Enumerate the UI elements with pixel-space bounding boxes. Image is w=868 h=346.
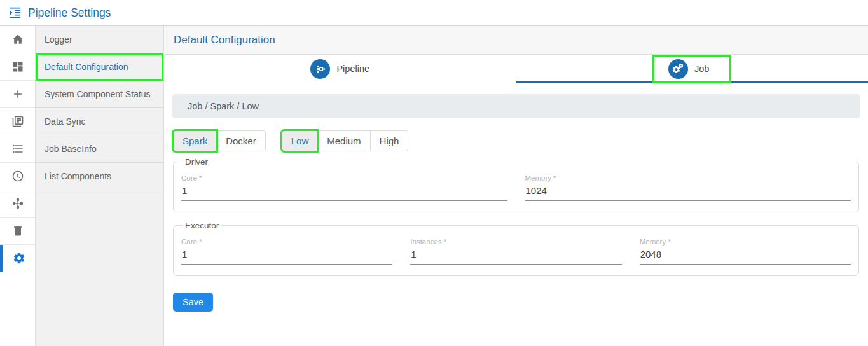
tab-job-label: Job (694, 64, 709, 74)
page-title: Default Configuration (174, 34, 275, 46)
save-button[interactable]: Save (173, 293, 213, 312)
rail-item-trash[interactable] (0, 218, 35, 245)
dashboard-icon (11, 60, 24, 73)
rail-item-library[interactable] (0, 108, 35, 135)
sidebar-item-job-baseinfo[interactable]: Job BaseInfo (36, 135, 163, 163)
driver-memory-label: Memory * (525, 174, 851, 182)
library-icon (11, 115, 24, 128)
gear-icon (13, 252, 25, 265)
executor-instances-label: Instances * (410, 238, 621, 246)
executor-memory-input[interactable] (640, 247, 851, 265)
plus-icon (11, 88, 24, 100)
tab-job[interactable]: Job (516, 55, 868, 83)
rail-filler (0, 272, 35, 346)
engine-option-docker[interactable]: Docker (216, 130, 266, 151)
executor-instances-field: Instances * (410, 238, 621, 265)
app-title: Pipeline Settings (28, 6, 111, 20)
rail-item-home[interactable] (0, 26, 35, 53)
main-panel: Default Configuration Pipeline (164, 26, 868, 346)
app-root: Pipeline Settings (0, 0, 868, 346)
page-titlebar: Default Configuration (164, 26, 868, 55)
executor-instances-input[interactable] (410, 247, 621, 265)
breadcrumb: Job / Spark / Low (172, 94, 860, 118)
executor-memory-label: Memory * (640, 238, 851, 246)
level-toggle-group: Low Medium High (282, 130, 409, 151)
top-header: Pipeline Settings (0, 0, 868, 26)
menu-open-icon[interactable] (8, 6, 22, 20)
breadcrumb-text: Job / Spark / Low (188, 101, 259, 111)
settings-sidebar: Logger Default Configuration System Comp… (36, 26, 164, 346)
sidebar-item-data-sync[interactable]: Data Sync (36, 108, 163, 135)
tab-pipeline[interactable]: Pipeline (164, 55, 516, 83)
app-shell: Logger Default Configuration System Comp… (0, 26, 868, 346)
config-content: Job / Spark / Low Spark Docker Low Mediu… (164, 83, 868, 346)
driver-core-field: Core * (181, 174, 507, 201)
driver-memory-input[interactable] (525, 184, 851, 201)
toggle-row: Spark Docker Low Medium High (173, 130, 860, 151)
level-option-medium[interactable]: Medium (317, 130, 370, 151)
rail-item-history[interactable] (0, 163, 35, 190)
driver-memory-field: Memory * (525, 174, 851, 201)
driver-fieldset: Driver Core * Memory * (173, 157, 859, 212)
tab-job-annotation: Job (652, 55, 731, 83)
level-option-low[interactable]: Low (282, 130, 319, 151)
executor-core-input[interactable] (181, 247, 392, 265)
icon-rail (0, 26, 36, 346)
sidebar-item-list-components[interactable]: List Components (36, 163, 163, 190)
sidebar-item-system-component-status[interactable]: System Component Status (36, 81, 163, 108)
executor-memory-field: Memory * (640, 238, 851, 265)
driver-legend: Driver (183, 157, 210, 167)
pipeline-icon (310, 59, 330, 79)
executor-core-label: Core * (181, 238, 392, 246)
trash-icon (11, 225, 24, 237)
sidebar-item-default-configuration[interactable]: Default Configuration (36, 53, 163, 81)
rail-item-settings[interactable] (0, 245, 35, 272)
list-icon (11, 142, 24, 155)
clock-icon (11, 170, 24, 183)
executor-core-field: Core * (181, 238, 392, 265)
driver-core-label: Core * (181, 174, 507, 182)
engine-toggle-group: Spark Docker (173, 130, 266, 151)
driver-core-input[interactable] (181, 184, 507, 201)
sidebar-item-logger[interactable]: Logger (36, 26, 163, 53)
graph-icon (11, 197, 24, 210)
rail-item-dashboard[interactable] (0, 53, 35, 81)
rail-item-list[interactable] (0, 135, 35, 163)
executor-fieldset: Executor Core * Instances * Memory * (173, 221, 859, 276)
sidebar-filler (36, 190, 163, 346)
rail-item-add[interactable] (0, 81, 35, 108)
rail-item-graph[interactable] (0, 190, 35, 218)
engine-option-spark[interactable]: Spark (173, 130, 217, 151)
executor-legend: Executor (183, 221, 221, 230)
job-icon (668, 59, 688, 79)
tab-pipeline-label: Pipeline (336, 64, 369, 74)
level-option-high[interactable]: High (370, 130, 409, 151)
tab-bar: Pipeline (164, 55, 868, 83)
home-icon (11, 33, 24, 46)
